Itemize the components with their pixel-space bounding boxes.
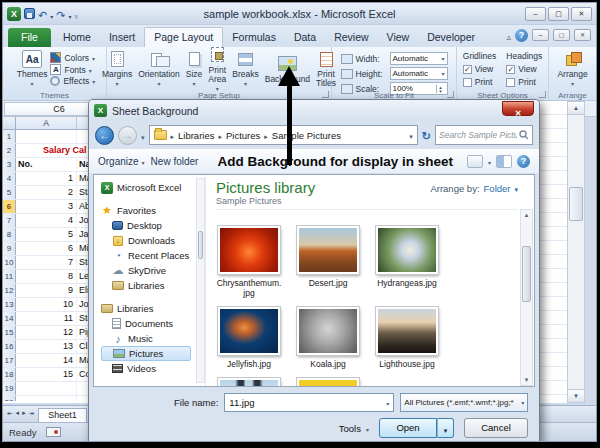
- width-combobox[interactable]: Automatic: [390, 52, 448, 65]
- file-item[interactable]: Hydrangeas.jpg: [374, 226, 440, 298]
- cell-salary-title[interactable]: Salary Cal: [16, 144, 88, 157]
- nav-item-skydrive[interactable]: SkyDrive: [101, 263, 205, 278]
- cell[interactable]: 9: [16, 284, 77, 297]
- scale-to-fit-dialog-launcher-icon[interactable]: [447, 91, 454, 98]
- row-header[interactable]: 14: [3, 312, 16, 325]
- cell[interactable]: Clarc: [77, 340, 88, 353]
- scroll-down-icon[interactable]: ▼: [524, 375, 530, 385]
- dialog-close-button[interactable]: [502, 101, 534, 116]
- cell[interactable]: Steph: [77, 256, 88, 269]
- organize-button[interactable]: Organize: [98, 156, 145, 167]
- page-setup-dialog-launcher-icon[interactable]: [322, 91, 329, 98]
- open-button[interactable]: Open: [379, 418, 437, 438]
- preview-pane-icon[interactable]: [467, 155, 483, 168]
- row-header[interactable]: 15: [3, 326, 16, 339]
- breadcrumb[interactable]: Libraries Pictures Sample Pictures: [149, 125, 418, 145]
- nav-item-videos[interactable]: Videos: [101, 361, 205, 376]
- cell-header-name[interactable]: Nam: [77, 158, 88, 171]
- next-sheet-icon[interactable]: [22, 401, 26, 419]
- workbook-close-button[interactable]: [574, 29, 591, 41]
- effects-button[interactable]: Effects: [50, 76, 95, 86]
- headings-print-checkbox[interactable]: Print: [506, 77, 542, 87]
- row-header[interactable]: 11: [3, 270, 16, 283]
- minimize-button[interactable]: [525, 7, 546, 21]
- row-header[interactable]: 5: [3, 186, 16, 199]
- workbook-minimize-button[interactable]: [532, 29, 549, 41]
- nav-item-downloads[interactable]: Downloads: [101, 233, 205, 248]
- column-header-a[interactable]: A: [16, 117, 77, 129]
- cell[interactable]: 2: [16, 186, 77, 199]
- file-item[interactable]: Lighthouse.jpg: [374, 307, 440, 369]
- cell[interactable]: 5: [16, 228, 77, 241]
- save-icon[interactable]: [24, 8, 35, 19]
- back-button[interactable]: [95, 126, 114, 145]
- change-view-icon[interactable]: [496, 155, 512, 168]
- margins-button[interactable]: Margins: [99, 49, 135, 89]
- cell[interactable]: 11: [16, 312, 77, 325]
- undo-dropdown-icon[interactable]: [50, 5, 53, 23]
- tab-insert[interactable]: Insert: [100, 28, 144, 47]
- qat-customize-icon[interactable]: [74, 5, 78, 23]
- tab-view[interactable]: View: [378, 28, 419, 47]
- cell[interactable]: 6: [16, 242, 77, 255]
- cell[interactable]: [77, 396, 88, 401]
- refresh-icon[interactable]: [422, 126, 431, 144]
- scroll-up-icon[interactable]: ▲: [524, 210, 530, 220]
- nav-item-favorites[interactable]: Favorites: [101, 203, 205, 218]
- height-combobox[interactable]: Automatic: [390, 67, 448, 80]
- row-header[interactable]: 3: [3, 158, 16, 171]
- nav-item-recent-places[interactable]: Recent Places: [101, 248, 205, 263]
- row-header[interactable]: 7: [3, 214, 16, 227]
- cell[interactable]: 15: [16, 368, 77, 381]
- cell[interactable]: 4: [16, 214, 77, 227]
- cell[interactable]: Mich: [77, 242, 88, 255]
- previous-sheet-icon[interactable]: [16, 401, 20, 419]
- search-input[interactable]: [439, 130, 517, 140]
- row-header[interactable]: 19: [3, 382, 16, 395]
- cell[interactable]: 7: [16, 256, 77, 269]
- cell[interactable]: 10: [16, 298, 77, 311]
- nav-scrollbar[interactable]: [196, 178, 205, 383]
- open-dropdown-icon[interactable]: [437, 418, 454, 438]
- scroll-down-icon[interactable]: ▼: [568, 389, 584, 402]
- arrange-by-value[interactable]: Folder: [484, 183, 511, 194]
- row-header[interactable]: 17: [3, 354, 16, 367]
- nav-item-music[interactable]: Music: [101, 331, 205, 346]
- dropdown-caret-icon[interactable]: [521, 398, 524, 407]
- row-header[interactable]: 9: [3, 242, 16, 255]
- cell[interactable]: 13: [16, 340, 77, 353]
- cell[interactable]: [16, 382, 77, 395]
- tab-data[interactable]: Data: [285, 28, 325, 47]
- cell[interactable]: Steve: [77, 312, 88, 325]
- help-icon[interactable]: [515, 29, 528, 42]
- tab-home[interactable]: Home: [54, 28, 100, 47]
- nav-item-desktop[interactable]: Desktop: [101, 218, 205, 233]
- cell[interactable]: Abha: [77, 200, 88, 213]
- themes-button[interactable]: Themes: [14, 49, 51, 89]
- row-header-selected[interactable]: 6: [3, 200, 16, 213]
- row-header[interactable]: 10: [3, 256, 16, 269]
- tab-developer[interactable]: Developer: [418, 28, 484, 47]
- row-header[interactable]: 2: [3, 144, 16, 157]
- address-dropdown-icon[interactable]: [409, 130, 413, 141]
- dropdown-caret-icon[interactable]: [386, 397, 389, 408]
- nav-item-libraries[interactable]: Libraries: [101, 301, 205, 316]
- file-item[interactable]: Tulips.jpg: [295, 378, 361, 386]
- cell[interactable]: John: [77, 214, 88, 227]
- cell[interactable]: 8: [16, 270, 77, 283]
- cell[interactable]: 14: [16, 354, 77, 367]
- nav-item-microsoft-excel[interactable]: Microsoft Excel: [101, 180, 205, 195]
- cell[interactable]: 12: [16, 326, 77, 339]
- scrollbar-thumb[interactable]: [522, 246, 531, 302]
- breadcrumb-pictures[interactable]: Pictures: [226, 130, 260, 141]
- excel-app-icon[interactable]: [7, 7, 21, 21]
- macro-record-icon[interactable]: [46, 427, 61, 437]
- sheet-tab[interactable]: Sheet1: [38, 408, 87, 422]
- workbook-restore-button[interactable]: [553, 29, 570, 41]
- row-header[interactable]: 1: [3, 130, 16, 143]
- nav-item-pictures[interactable]: Pictures: [101, 346, 191, 361]
- breadcrumb-sample-pictures[interactable]: Sample Pictures: [272, 130, 341, 141]
- redo-icon[interactable]: [56, 5, 65, 23]
- row-header[interactable]: 8: [3, 228, 16, 241]
- cell[interactable]: Lesi: [77, 270, 88, 283]
